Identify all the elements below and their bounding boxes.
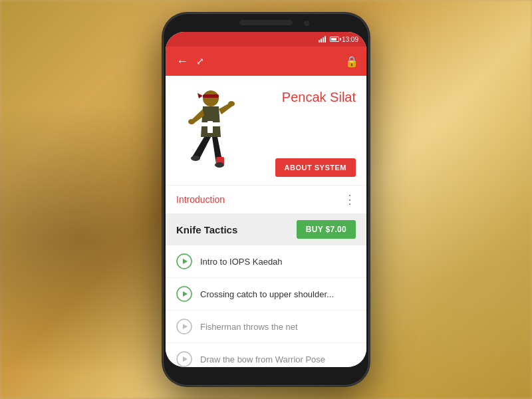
intro-row: Introduction ⋮: [166, 185, 366, 213]
list-item: Draw the bow from Warrior Pose: [166, 343, 366, 367]
status-time: 13:09: [342, 36, 358, 43]
about-system-button[interactable]: ABOUT SYSTEM: [275, 158, 356, 177]
screen-content[interactable]: Pencak Silat ABOUT SYSTEM Introduction ⋮…: [166, 76, 366, 367]
svg-point-8: [191, 156, 200, 161]
play-icon-locked-2: [176, 351, 192, 367]
battery-icon: [330, 37, 339, 42]
more-options-icon[interactable]: ⋮: [344, 192, 356, 207]
phone-frame: 13:09 ← ⤢ 🔒: [163, 13, 369, 386]
lesson-title-locked-2: Draw the bow from Warrior Pose: [200, 354, 356, 364]
signal-icon: [319, 36, 326, 43]
art-name: Pencak Silat: [282, 89, 356, 105]
status-bar-content: 13:09: [319, 36, 358, 43]
buy-button[interactable]: BUY $7.00: [297, 220, 356, 239]
lesson-title-locked: Fisherman throws the net: [200, 322, 356, 332]
status-bar: 13:09: [166, 32, 366, 47]
svg-marker-10: [183, 259, 188, 264]
play-icon-locked: [176, 319, 192, 334]
martial-figure-svg: [171, 84, 244, 177]
intro-label: Introduction: [176, 194, 344, 205]
svg-point-7: [215, 162, 224, 168]
action-bar: ← ⤢ 🔒: [166, 47, 366, 76]
lesson-title: Intro to IOPS Kaedah: [200, 257, 356, 267]
list-item[interactable]: Intro to IOPS Kaedah: [166, 245, 366, 278]
list-item: Fisherman throws the net: [166, 311, 366, 343]
play-icon-unlocked-2: [176, 286, 192, 302]
phone-camera: [304, 21, 309, 26]
back-button[interactable]: ←: [174, 52, 191, 71]
svg-point-0: [203, 90, 219, 106]
phone-screen: 13:09 ← ⤢ 🔒: [166, 32, 366, 367]
knife-tactics-header: Knife Tactics BUY $7.00: [166, 213, 366, 245]
move-icon[interactable]: ⤢: [196, 56, 204, 66]
section-title: Knife Tactics: [176, 224, 237, 235]
hero-section: Pencak Silat ABOUT SYSTEM: [166, 76, 366, 185]
svg-point-5: [188, 119, 195, 124]
lock-icon[interactable]: 🔒: [345, 55, 358, 68]
svg-rect-1: [203, 94, 219, 98]
hero-info: Pencak Silat ABOUT SYSTEM: [244, 84, 356, 177]
lesson-title: Crossing catch to upper shoulder...: [200, 289, 356, 299]
list-item[interactable]: Crossing catch to upper shoulder...: [166, 278, 366, 311]
svg-marker-16: [183, 356, 188, 362]
svg-point-4: [228, 101, 235, 106]
svg-marker-12: [183, 291, 188, 297]
hero-image: [171, 84, 244, 177]
svg-marker-14: [183, 324, 188, 329]
svg-rect-3: [207, 121, 213, 133]
phone-notch: [239, 20, 293, 25]
play-icon-unlocked: [176, 253, 192, 269]
